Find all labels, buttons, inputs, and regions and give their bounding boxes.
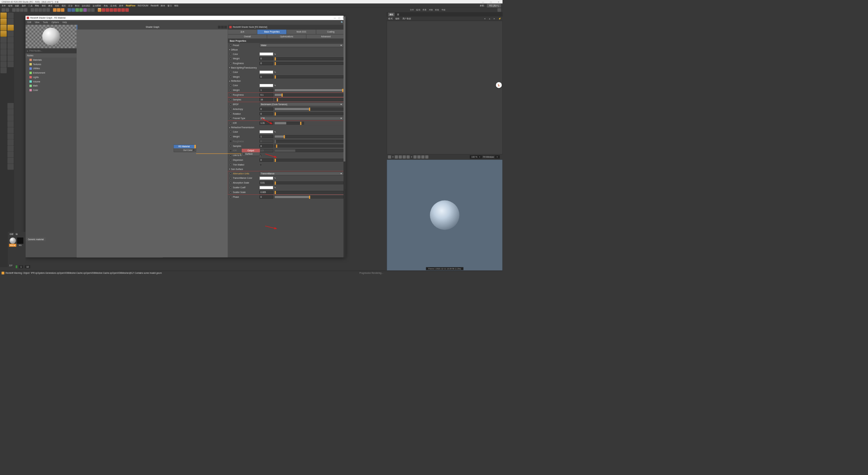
- tool-m2[interactable]: [7, 109, 14, 115]
- backlight-color-swatch[interactable]: [259, 71, 273, 74]
- rs-icon-6[interactable]: [121, 8, 125, 12]
- attr-edit[interactable]: 编辑: [395, 17, 400, 20]
- gear-icon[interactable]: [497, 8, 501, 12]
- sscale-slider[interactable]: [274, 191, 343, 194]
- rv-i1[interactable]: [413, 155, 416, 158]
- aniso-input[interactable]: 0: [259, 108, 273, 111]
- fresnel-dropdown[interactable]: IOR▼: [259, 117, 343, 120]
- backlight-weight-input[interactable]: 0: [259, 75, 273, 78]
- node-category-color[interactable]: Color: [25, 88, 77, 92]
- absorp-radio[interactable]: [230, 182, 232, 184]
- tab-layers[interactable]: 层: [397, 13, 399, 16]
- snap-grid[interactable]: [7, 61, 14, 67]
- tool-m5[interactable]: [7, 127, 14, 133]
- sg-menu-view[interactable]: View: [35, 21, 39, 24]
- output-node-surface[interactable]: Surface: [245, 153, 253, 155]
- snap-spline[interactable]: [7, 49, 14, 55]
- tool-m10[interactable]: [7, 158, 14, 164]
- node-category-environment[interactable]: Environment: [25, 71, 77, 75]
- search-menu-file[interactable]: 文件: [410, 8, 414, 12]
- tab-overall[interactable]: Overall: [228, 34, 267, 39]
- diffuse-roughness-slider[interactable]: [274, 62, 343, 65]
- menu-insydium[interactable]: INSYDIUM: [138, 4, 148, 7]
- attr-mode[interactable]: 模式: [388, 17, 393, 20]
- render-view[interactable]: Frame 1 2021-12-11 13:30:56 (1.20s): [387, 159, 503, 271]
- tool-poly[interactable]: [0, 31, 7, 37]
- material-thumb-2[interactable]: [17, 238, 23, 244]
- transcol-radio[interactable]: [230, 177, 232, 179]
- sg-menu-help[interactable]: Help: [62, 21, 67, 24]
- move-icon[interactable]: [16, 8, 19, 12]
- tool-m6[interactable]: [7, 133, 14, 139]
- tool-e2[interactable]: [0, 55, 7, 61]
- menu-tools[interactable]: 工具: [28, 4, 33, 7]
- maximize-button[interactable]: ▢: [487, 0, 495, 3]
- menu-volume[interactable]: 体积: [42, 4, 46, 7]
- render-icon[interactable]: [53, 8, 56, 12]
- render-region-icon[interactable]: [57, 8, 60, 12]
- menu-realflow[interactable]: RealFlow: [126, 4, 135, 7]
- minimize-button[interactable]: —: [479, 0, 487, 3]
- refl-samples-slider[interactable]: [274, 98, 343, 101]
- axis-x-icon[interactable]: [35, 8, 38, 12]
- scale-icon[interactable]: [20, 8, 23, 12]
- refl-roughness-radio[interactable]: [230, 94, 232, 96]
- menu-motiontrack[interactable]: 运动跟踪: [82, 4, 90, 7]
- phase-radio[interactable]: [230, 196, 232, 198]
- matbrowser-create[interactable]: 创建: [9, 233, 14, 236]
- node-category-materials[interactable]: Materials: [25, 58, 77, 62]
- group-subsurface[interactable]: Sub-Surface: [228, 167, 346, 171]
- refr-samples-slider[interactable]: [274, 145, 343, 147]
- refl-weight-radio[interactable]: [230, 89, 232, 91]
- output-port[interactable]: [193, 150, 194, 151]
- refr-samples-radio[interactable]: [230, 145, 232, 147]
- generator-icon[interactable]: [75, 8, 79, 12]
- ior-slider[interactable]: [274, 122, 304, 125]
- snap-point[interactable]: [7, 31, 14, 37]
- psr-icon[interactable]: PSR: [98, 8, 101, 12]
- rs-icon-7[interactable]: [125, 8, 129, 12]
- group-reflection[interactable]: Reflection: [228, 79, 346, 83]
- ior-radio[interactable]: [230, 122, 232, 124]
- shader-graph-titlebar[interactable]: Redshift Shader Graph - RS Material — ▢ …: [25, 16, 346, 20]
- rv-grid-icon[interactable]: [399, 155, 402, 158]
- rv-lock-icon[interactable]: [395, 155, 398, 158]
- search-icon[interactable]: 🔍: [341, 21, 343, 24]
- axis-z-icon[interactable]: [42, 8, 46, 12]
- timeline[interactable]: 1 10: [14, 263, 385, 271]
- snap-enable[interactable]: [7, 13, 14, 18]
- shader-canvas[interactable]: Shader Graph RS Material Out Color Outpu…: [77, 25, 228, 258]
- modal-minimize-button[interactable]: —: [334, 17, 336, 19]
- thin-radio[interactable]: [230, 164, 232, 166]
- environment-icon[interactable]: [83, 8, 86, 12]
- menu-snap[interactable]: 捕捉: [48, 4, 53, 7]
- snap-midp[interactable]: [7, 55, 14, 61]
- find-nodes-input[interactable]: ▸ Find Nodes...: [25, 48, 77, 53]
- rs-icon-5[interactable]: [117, 8, 121, 12]
- refl-roughness-input[interactable]: 0.1: [259, 93, 273, 96]
- tool-points[interactable]: [0, 19, 7, 24]
- diffuse-weight-radio[interactable]: [230, 58, 232, 60]
- select-icon[interactable]: [12, 8, 16, 12]
- deformer-icon[interactable]: [79, 8, 83, 12]
- tool-workplane[interactable]: [0, 43, 7, 49]
- tab-coating[interactable]: Coating: [316, 30, 346, 34]
- group-diffuse[interactable]: Diffuse: [228, 48, 346, 52]
- group-backlight[interactable]: Back-lighting/Translucency: [228, 66, 346, 70]
- redo-icon[interactable]: [5, 8, 9, 12]
- nav-fwd-icon[interactable]: ►: [493, 18, 495, 20]
- sg-menu-edit[interactable]: Edit: [27, 21, 31, 24]
- scoeff-swatch[interactable]: [259, 186, 273, 189]
- rv-i4[interactable]: [425, 155, 428, 158]
- transcol-swatch[interactable]: [259, 177, 273, 180]
- snap-edge[interactable]: [7, 37, 14, 43]
- diffuse-weight-input[interactable]: 0: [259, 57, 273, 60]
- rs-icon-2[interactable]: [106, 8, 109, 12]
- disp-input[interactable]: 0: [259, 158, 273, 162]
- modal-maximize-button[interactable]: ▢: [338, 17, 340, 19]
- atten-dropdown[interactable]: Transmittance▼: [259, 172, 343, 175]
- menu-sculpt[interactable]: 雕刻: [75, 4, 79, 7]
- phase-input[interactable]: 0: [259, 195, 273, 198]
- tool-m1[interactable]: [7, 103, 14, 109]
- camera-icon[interactable]: [87, 8, 91, 12]
